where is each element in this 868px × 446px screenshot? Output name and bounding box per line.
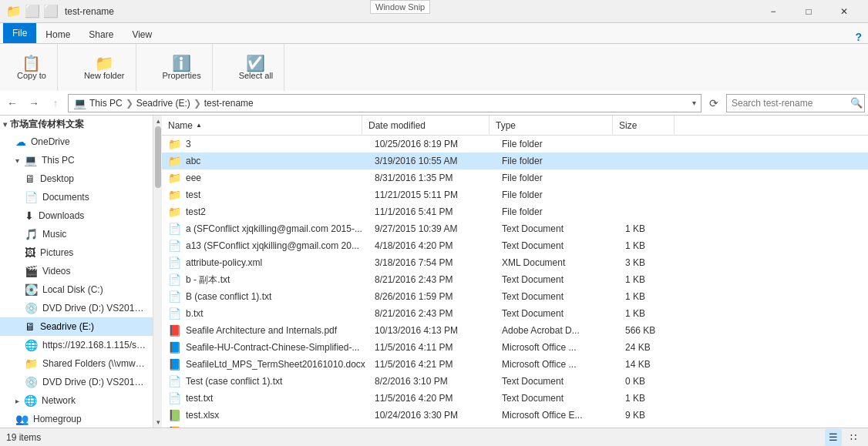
table-row[interactable]: 📘 Seafile-HU-Contract-Chinese-Simplified… <box>162 339 868 356</box>
sidebar-item-network[interactable]: ▸ 🌐 Network <box>0 391 153 410</box>
file-name-cell: 📁 eee <box>162 169 368 186</box>
table-row[interactable]: 📄 a13 (SFConflict xjqkilling@gmail.com 2… <box>162 237 868 254</box>
sidebar-item-music[interactable]: 🎵 Music <box>0 225 153 243</box>
col-type-label: Type <box>496 120 516 131</box>
sidebar-item-localdisk[interactable]: 💽 Local Disk (C:) <box>0 280 153 299</box>
expand-icon: ▾ <box>3 120 7 129</box>
scroll-thumb[interactable] <box>155 126 161 188</box>
file-size-cell <box>619 186 681 203</box>
sidebar-item-dvd1[interactable]: 💿 DVD Drive (D:) VS2015_COM_... <box>0 299 153 317</box>
file-name: b.txt <box>186 308 204 319</box>
file-list-body: 📁 3 10/25/2016 8:19 PM File folder 📁 abc… <box>162 136 868 428</box>
path-chevron[interactable]: ▾ <box>692 99 696 107</box>
file-date-cell: 8/26/2016 1:59 PM <box>368 288 496 305</box>
tab-view[interactable]: View <box>123 26 161 43</box>
select-all-button[interactable]: ☑️ Select all <box>234 54 278 82</box>
table-row[interactable]: 📁 eee 8/31/2016 1:35 PM File folder <box>162 169 868 186</box>
view-large-button[interactable]: ∷ <box>845 429 862 446</box>
sidebar-item-dvd2[interactable]: 💿 DVD Drive (D:) VS2015_COM_E... <box>0 373 153 391</box>
localdisk-icon: 💽 <box>25 283 38 296</box>
file-date-cell: 4/18/2016 4:20 PM <box>368 237 496 254</box>
new-folder-button[interactable]: 📁 New folder <box>79 54 130 82</box>
file-date-cell: 11/1/2016 5:41 PM <box>368 203 496 220</box>
file-name: test <box>186 189 200 200</box>
sidebar-label-music: Music <box>42 229 66 240</box>
file-type-cell: File folder <box>496 169 619 186</box>
file-name-cell: 📄 b - 副本.txt <box>162 271 368 288</box>
file-name: SeafileLtd_MPS_TermSheet20161010.docx <box>186 359 365 370</box>
sidebar-item-onedrive[interactable]: ☁ OneDrive <box>0 132 153 151</box>
table-row[interactable]: 📁 test2 11/1/2016 5:41 PM File folder <box>162 203 868 220</box>
forward-button[interactable]: → <box>25 94 43 112</box>
sidebar-quickaccess-header[interactable]: ▾ 市场宣传材料文案 <box>0 116 153 132</box>
view-details-button[interactable]: ☰ <box>825 429 842 446</box>
ribbon-group-clipboard: 📋 Copy to <box>6 44 58 91</box>
col-header-name[interactable]: Name ▲ <box>162 116 362 135</box>
search-icon: 🔍 <box>850 97 863 109</box>
col-header-type[interactable]: Type <box>490 116 613 135</box>
search-input[interactable] <box>732 98 847 109</box>
table-row[interactable]: 📄 B (case conflict 1).txt 8/26/2016 1:59… <box>162 288 868 305</box>
sidebar-item-thispc[interactable]: ▾ 💻 This PC <box>0 151 153 169</box>
minimize-button[interactable]: − <box>755 0 791 23</box>
table-row[interactable]: 📁 abc 3/19/2016 10:55 AM File folder Win… <box>162 153 868 169</box>
sidebar-item-videos[interactable]: 🎬 Videos <box>0 262 153 280</box>
sidebar-item-documents[interactable]: 📄 Documents <box>0 188 153 206</box>
ribbon-help-icon[interactable]: ? <box>855 31 862 43</box>
table-row[interactable]: 📕 Seafile Architecture and Internals.pdf… <box>162 322 868 339</box>
sidebar-label-network: Network <box>42 395 76 406</box>
path-thispc: This PC <box>89 98 123 109</box>
restore-button[interactable]: □ <box>791 0 826 23</box>
col-header-date[interactable]: Date modified <box>362 116 490 135</box>
file-size-cell: 1 KB <box>619 271 681 288</box>
up-button[interactable]: ↑ <box>46 94 65 112</box>
sidebar-item-seadrive[interactable]: 🖥 Seadrive (E:) <box>0 317 153 336</box>
file-type-icon: 📁 <box>168 172 181 184</box>
table-row[interactable]: 📁 test 11/21/2015 5:11 PM File folder <box>162 186 868 203</box>
table-row[interactable]: 📄 b.txt 8/21/2016 2:43 PM Text Document … <box>162 305 868 322</box>
thispc-expand-icon: ▾ <box>15 156 19 165</box>
table-row[interactable]: 📙 test2.pptx 8/25/2016 10:37 AM Microsof… <box>162 424 868 428</box>
file-type-cell: Microsoft Office ... <box>496 356 619 373</box>
file-name: 3 <box>186 139 191 149</box>
table-row[interactable]: 📘 SeafileLtd_MPS_TermSheet20161010.docx … <box>162 356 868 373</box>
table-row[interactable]: 📄 attribute-policy.xml 3/18/2016 7:54 PM… <box>162 254 868 271</box>
table-row[interactable]: 📄 b - 副本.txt 8/21/2016 2:43 PM Text Docu… <box>162 271 868 288</box>
file-name: Seafile Architecture and Internals.pdf <box>186 325 337 336</box>
refresh-button[interactable]: ⟳ <box>705 94 723 112</box>
address-path[interactable]: 💻 This PC ❯ Seadrive (E:) ❯ test-rename … <box>68 94 701 112</box>
path-sep2: ❯ <box>193 98 201 109</box>
close-button[interactable]: ✕ <box>826 0 862 23</box>
tab-share[interactable]: Share <box>79 26 123 43</box>
sidebar-item-shared[interactable]: 📁 Shared Folders (\\vmware-ho... <box>0 354 153 373</box>
col-header-size[interactable]: Size <box>613 116 675 135</box>
sidebar-item-seafile-url[interactable]: 🌐 https://192.168.1.115/seafda... <box>0 336 153 354</box>
file-size-cell: 9 KB <box>619 407 681 424</box>
file-date-cell: 10/24/2016 3:30 PM <box>368 407 496 424</box>
scroll-down-arrow[interactable]: ▾ <box>153 417 163 428</box>
copy-to-button[interactable]: 📋 Copy to <box>12 54 51 82</box>
table-row[interactable]: 📄 test.txt 11/5/2016 4:20 PM Text Docume… <box>162 390 868 407</box>
table-row[interactable]: 📄 Test (case conflict 1).txt 8/2/2016 3:… <box>162 373 868 390</box>
back-button[interactable]: ← <box>3 94 22 112</box>
sidebar-item-desktop[interactable]: 🖥 Desktop <box>0 169 153 188</box>
file-size-cell <box>619 153 681 169</box>
file-type-cell: Microsoft Office ... <box>496 339 619 356</box>
sidebar-scrollbar[interactable]: ▴ ▾ <box>153 116 162 428</box>
properties-button[interactable]: ℹ️ Properties <box>158 54 206 82</box>
file-name-cell: 📄 test.txt <box>162 390 368 407</box>
homegroup-icon: 👥 <box>15 413 29 425</box>
file-type-icon: 📄 <box>168 223 181 235</box>
file-type-icon: 📄 <box>168 257 181 269</box>
file-date-cell: 8/21/2016 2:43 PM <box>368 305 496 322</box>
sidebar-item-pictures[interactable]: 🖼 Pictures <box>0 243 153 262</box>
search-box[interactable]: 🔍 <box>726 94 865 112</box>
sidebar-item-downloads[interactable]: ⬇ Downloads <box>0 206 153 225</box>
table-row[interactable]: 📁 3 10/25/2016 8:19 PM File folder <box>162 136 868 153</box>
tab-home[interactable]: Home <box>36 26 79 43</box>
tab-file[interactable]: File <box>3 23 36 43</box>
table-row[interactable]: 📗 test.xlsx 10/24/2016 3:30 PM Microsoft… <box>162 407 868 424</box>
ribbon-group-select: ☑️ Select all <box>228 44 285 91</box>
table-row[interactable]: 📄 a (SFConflict xjqkilling@gmail.com 201… <box>162 220 868 237</box>
sidebar-item-homegroup[interactable]: 👥 Homegroup <box>0 410 153 428</box>
